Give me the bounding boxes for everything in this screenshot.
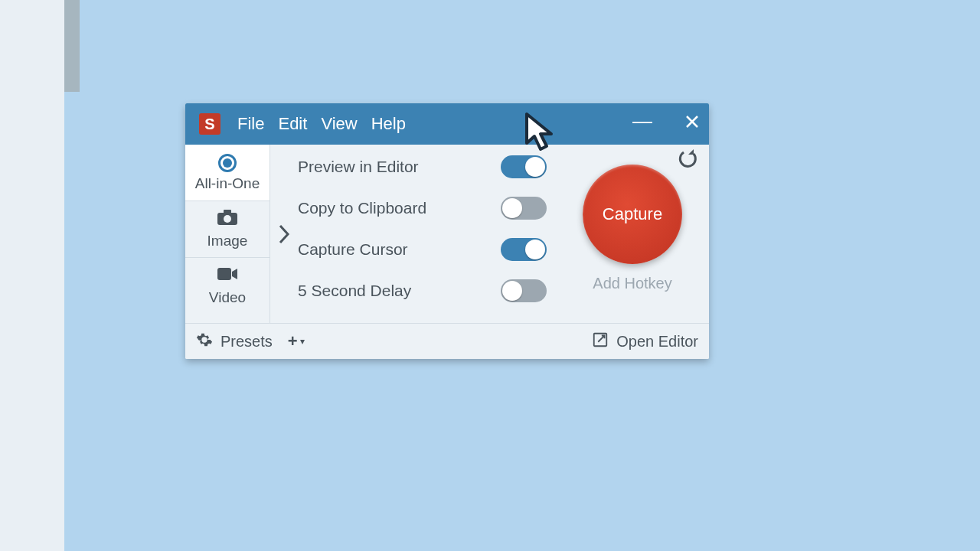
expand-chevron[interactable] bbox=[270, 145, 298, 323]
main-area: All-in-One Image Video Preview in Editor bbox=[185, 145, 709, 323]
toggle-knob bbox=[502, 281, 522, 301]
toggle-knob bbox=[502, 198, 522, 218]
toggle-copy-to-clipboard[interactable] bbox=[501, 197, 547, 220]
add-preset-button[interactable]: + ▾ bbox=[288, 331, 305, 351]
option-five-second-delay: 5 Second Delay bbox=[298, 275, 556, 307]
sidebar-label-video: Video bbox=[209, 289, 246, 306]
menu-help[interactable]: Help bbox=[371, 114, 406, 134]
presets-group: Presets + ▾ bbox=[196, 331, 305, 352]
camera-icon bbox=[217, 209, 238, 230]
undo-icon bbox=[677, 149, 698, 171]
title-bar[interactable]: S File Edit View Help — bbox=[185, 103, 709, 145]
toggle-knob bbox=[525, 240, 545, 259]
menu-edit[interactable]: Edit bbox=[278, 114, 307, 134]
sidebar-item-image[interactable]: Image bbox=[185, 201, 270, 258]
app-logo: S bbox=[199, 113, 220, 135]
window-controls: — bbox=[632, 112, 700, 136]
menu-bar: File Edit View Help bbox=[237, 114, 406, 134]
open-editor-icon bbox=[592, 331, 609, 352]
capture-column: Capture Add Hotkey bbox=[564, 145, 709, 323]
open-editor-group[interactable]: Open Editor bbox=[592, 331, 698, 352]
option-label: Copy to Clipboard bbox=[298, 199, 501, 217]
toggle-five-second-delay[interactable] bbox=[501, 279, 547, 302]
svg-rect-5 bbox=[217, 268, 231, 280]
capture-window: S File Edit View Help — All-in-One Image bbox=[185, 103, 709, 359]
option-label: Preview in Editor bbox=[298, 158, 501, 176]
dropdown-caret-icon: ▾ bbox=[300, 336, 305, 347]
capture-button[interactable]: Capture bbox=[583, 165, 682, 264]
page-background-column bbox=[0, 0, 64, 551]
sidebar-label-image: Image bbox=[207, 233, 248, 249]
toggle-knob bbox=[525, 157, 545, 177]
gear-icon bbox=[196, 331, 213, 352]
open-editor-label: Open Editor bbox=[616, 333, 698, 350]
toggle-capture-cursor[interactable] bbox=[501, 238, 547, 261]
close-button[interactable] bbox=[684, 114, 700, 134]
window-edge-sliver bbox=[64, 0, 80, 92]
option-capture-cursor: Capture Cursor bbox=[298, 233, 556, 266]
video-icon bbox=[217, 266, 238, 286]
toggle-preview-in-editor[interactable] bbox=[501, 155, 547, 178]
svg-rect-3 bbox=[224, 210, 231, 214]
menu-view[interactable]: View bbox=[321, 114, 357, 134]
mode-sidebar: All-in-One Image Video bbox=[185, 145, 270, 323]
all-in-one-icon bbox=[218, 154, 237, 172]
menu-file[interactable]: File bbox=[237, 114, 264, 134]
sidebar-item-all-in-one[interactable]: All-in-One bbox=[185, 145, 270, 201]
svg-marker-6 bbox=[232, 269, 237, 279]
option-label: Capture Cursor bbox=[298, 240, 501, 259]
minimize-button[interactable]: — bbox=[632, 109, 652, 133]
plus-icon: + bbox=[288, 331, 298, 351]
sidebar-label-all-in-one: All-in-One bbox=[195, 175, 260, 192]
capture-button-label: Capture bbox=[603, 204, 662, 224]
presets-button[interactable]: Presets bbox=[220, 333, 273, 350]
option-label: 5 Second Delay bbox=[298, 282, 501, 300]
add-hotkey-link[interactable]: Add Hotkey bbox=[593, 275, 671, 292]
footer-bar: Presets + ▾ Open Editor bbox=[185, 323, 709, 359]
sidebar-item-video[interactable]: Video bbox=[185, 258, 270, 314]
reset-button[interactable] bbox=[677, 149, 698, 174]
chevron-right-icon bbox=[278, 223, 290, 245]
capture-options: Preview in Editor Copy to Clipboard Capt… bbox=[298, 145, 564, 323]
option-copy-to-clipboard: Copy to Clipboard bbox=[298, 192, 556, 224]
option-preview-in-editor: Preview in Editor bbox=[298, 151, 556, 183]
svg-point-4 bbox=[224, 215, 231, 223]
